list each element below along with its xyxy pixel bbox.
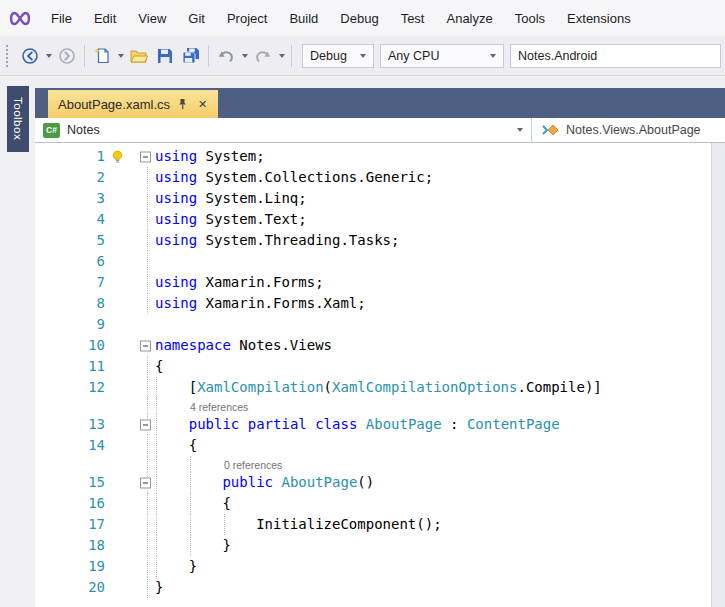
menu-build[interactable]: Build — [278, 5, 329, 32]
code-line[interactable]: 1 using System; — [35, 146, 711, 167]
type-member-dropdown[interactable]: Notes.Views.AboutPage — [532, 118, 725, 142]
startup-project-dropdown[interactable]: Notes.Android — [510, 44, 721, 68]
solution-configuration-dropdown[interactable]: Debug — [302, 44, 374, 68]
code-line[interactable]: 11{ — [35, 356, 711, 377]
code-line[interactable]: 15 public AboutPage() — [35, 472, 711, 493]
line-number: 4 — [35, 209, 105, 230]
code-line[interactable]: 12 [XamlCompilation(XamlCompilationOptio… — [35, 377, 711, 398]
code-token: using — [155, 295, 197, 311]
fold-collapse-button[interactable] — [140, 151, 151, 162]
vertical-scrollbar[interactable] — [711, 143, 725, 607]
navigate-back-button[interactable] — [17, 43, 43, 69]
fold-collapse-button[interactable] — [140, 340, 151, 351]
code-line[interactable]: 6 — [35, 251, 711, 272]
navigate-forward-button[interactable] — [54, 43, 80, 69]
project-dropdown[interactable]: C# Notes — [35, 118, 532, 142]
code-line[interactable]: 4using System.Text; — [35, 209, 711, 230]
code-token: namespace — [155, 337, 231, 353]
codelens-row[interactable]: 0 references — [35, 456, 711, 472]
code-lines: 1 using System;2using System.Collections… — [35, 146, 711, 598]
line-number: 18 — [35, 535, 105, 556]
line-number: 16 — [35, 493, 105, 514]
glyph-margin — [105, 251, 153, 272]
chevron-down-icon — [360, 54, 366, 58]
fold-collapse-button[interactable] — [140, 419, 151, 430]
code-editor[interactable]: 1 using System;2using System.Collections… — [35, 143, 711, 607]
menu-test[interactable]: Test — [390, 5, 436, 32]
save-button[interactable] — [152, 43, 178, 69]
new-file-dropdown[interactable] — [115, 43, 126, 69]
indent-guide — [156, 514, 157, 535]
pin-icon[interactable] — [177, 98, 188, 111]
close-icon[interactable]: ✕ — [195, 98, 210, 111]
menu-analyze[interactable]: Analyze — [435, 5, 503, 32]
code-line[interactable]: 17 InitializeComponent(); — [35, 514, 711, 535]
tab-title: AboutPage.xaml.cs — [58, 97, 170, 112]
save-all-button[interactable] — [178, 43, 204, 69]
indent-guide — [190, 493, 191, 514]
code-token — [357, 416, 365, 432]
code-token: Xamarin.Forms.Xaml; — [197, 295, 366, 311]
new-file-button[interactable] — [89, 43, 115, 69]
code-token: using — [155, 211, 197, 227]
menu-debug[interactable]: Debug — [329, 5, 389, 32]
visual-studio-logo — [8, 11, 32, 26]
code-token: System.Linq; — [197, 190, 307, 206]
code-token: class — [315, 416, 357, 432]
menu-project[interactable]: Project — [216, 5, 278, 32]
lightbulb-icon[interactable] — [110, 149, 125, 164]
code-text: using System; — [155, 146, 711, 167]
code-line[interactable]: 16 { — [35, 493, 711, 514]
glyph-margin — [105, 535, 153, 556]
code-line[interactable]: 10namespace Notes.Views — [35, 335, 711, 356]
code-line[interactable]: 14 { — [35, 435, 711, 456]
codelens-references-link[interactable]: 4 references — [190, 399, 248, 415]
glyph-margin — [105, 414, 153, 435]
solution-platform-dropdown[interactable]: Any CPU — [380, 44, 504, 68]
codelens-row[interactable]: 4 references — [35, 398, 711, 414]
glyph-margin — [105, 167, 153, 188]
code-line[interactable]: 8using Xamarin.Forms.Xaml; — [35, 293, 711, 314]
codelens-references-link[interactable]: 0 references — [224, 457, 282, 473]
code-text: } — [155, 556, 711, 577]
code-token: : — [442, 416, 467, 432]
undo-dropdown[interactable] — [239, 43, 250, 69]
left-dock-strip: Toolbox — [0, 76, 35, 607]
redo-button[interactable] — [250, 43, 276, 69]
code-line[interactable]: 7using Xamarin.Forms; — [35, 272, 711, 293]
toolbox-tab[interactable]: Toolbox — [7, 86, 29, 152]
redo-dropdown[interactable] — [276, 43, 287, 69]
glyph-margin — [105, 556, 153, 577]
tab-aboutpage-xaml-cs[interactable]: AboutPage.xaml.cs ✕ — [48, 90, 218, 118]
code-line[interactable]: 2using System.Collections.Generic; — [35, 167, 711, 188]
menu-edit[interactable]: Edit — [83, 5, 127, 32]
indent-guide — [190, 456, 191, 472]
standard-toolbar: Debug Any CPU Notes.Android — [0, 36, 725, 76]
open-file-button[interactable] — [126, 43, 152, 69]
menu-git[interactable]: Git — [177, 5, 216, 32]
line-number: 13 — [35, 414, 105, 435]
code-line[interactable]: 19 } — [35, 556, 711, 577]
code-line[interactable]: 5using System.Threading.Tasks; — [35, 230, 711, 251]
indent-guide — [190, 514, 191, 535]
menu-file[interactable]: File — [40, 5, 83, 32]
code-line[interactable]: 18 } — [35, 535, 711, 556]
code-text: { — [155, 493, 711, 514]
toolbar-grip[interactable] — [6, 45, 11, 67]
glyph-margin — [105, 435, 153, 456]
line-number — [35, 398, 105, 414]
code-line[interactable]: 13 public partial class AboutPage : Cont… — [35, 414, 711, 435]
line-number: 14 — [35, 435, 105, 456]
code-line[interactable]: 9 — [35, 314, 711, 335]
undo-button[interactable] — [213, 43, 239, 69]
menu-bar: File Edit View Git Project Build Debug T… — [0, 0, 725, 36]
fold-collapse-button[interactable] — [140, 477, 151, 488]
code-line[interactable]: 3using System.Linq; — [35, 188, 711, 209]
navigate-back-dropdown[interactable] — [43, 43, 54, 69]
menu-tools[interactable]: Tools — [504, 5, 556, 32]
menu-extensions[interactable]: Extensions — [556, 5, 642, 32]
code-line[interactable]: 20} — [35, 577, 711, 598]
menu-view[interactable]: View — [127, 5, 177, 32]
line-number: 15 — [35, 472, 105, 493]
code-token: } — [155, 537, 231, 553]
